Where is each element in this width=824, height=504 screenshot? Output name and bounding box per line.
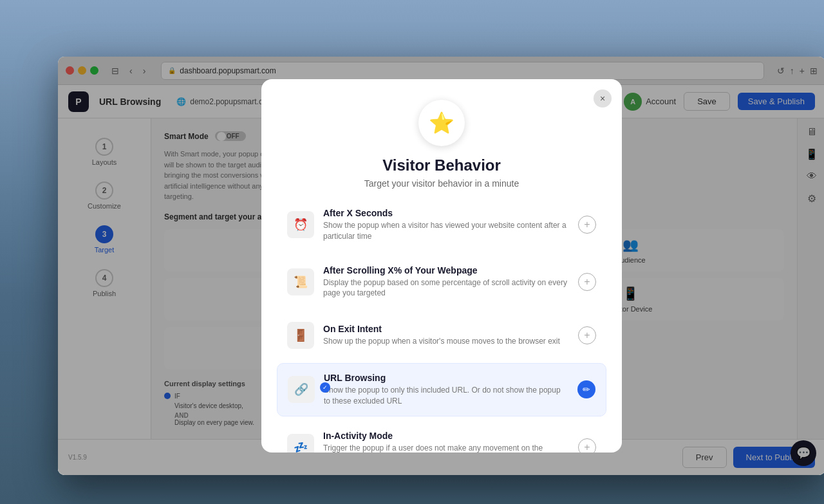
after-x-seconds-desc: Show the popup when a visitor has viewed… xyxy=(323,220,569,242)
exit-intent-add-btn[interactable]: + xyxy=(578,326,596,344)
after-x-seconds-text: After X Seconds Show the popup when a vi… xyxy=(323,208,569,242)
after-scrolling-add-btn[interactable]: + xyxy=(578,273,596,291)
modal-item-after-scrolling[interactable]: 📜 After Scrolling X% of Your Webpage Dis… xyxy=(277,256,606,308)
modal-item-exit-intent[interactable]: 🚪 On Exit Intent Show up the popup when … xyxy=(277,313,606,358)
exit-intent-title: On Exit Intent xyxy=(323,324,569,334)
exit-intent-text: On Exit Intent Show up the popup when a … xyxy=(323,324,569,347)
in-activity-text: In-Activity Mode Trigger the popup if a … xyxy=(323,431,569,453)
in-activity-desc: Trigger the popup if a user does not mak… xyxy=(323,443,569,453)
modal-title: Visitor Behavior xyxy=(282,156,601,174)
in-activity-title: In-Activity Mode xyxy=(323,431,569,441)
url-browsing-title: URL Browsing xyxy=(324,373,568,383)
after-scrolling-text: After Scrolling X% of Your Webpage Displ… xyxy=(323,265,569,299)
exit-intent-icon: 🚪 xyxy=(287,322,314,349)
url-browsing-desc: Show the popup to only this included URL… xyxy=(324,385,568,407)
url-browsing-icon-wrap: 🔗 ✓ xyxy=(288,376,315,403)
modal-item-url-browsing[interactable]: 🔗 ✓ URL Browsing Show the popup to only … xyxy=(277,363,606,416)
url-browsing-icon: 🔗 xyxy=(288,376,315,403)
modal-item-in-activity[interactable]: 💤 In-Activity Mode Trigger the popup if … xyxy=(277,422,606,453)
exit-intent-desc: Show up the popup when a visitor's mouse… xyxy=(323,336,569,347)
after-x-seconds-icon: ⏰ xyxy=(287,211,314,238)
star-icon: ⭐ xyxy=(429,111,454,135)
modal-overlay[interactable]: ⭐ Visitor Behavior Target your visitor b… xyxy=(58,57,824,475)
modal-body: ⏰ After X Seconds Show the popup when a … xyxy=(261,199,622,453)
in-activity-icon: 💤 xyxy=(287,434,314,453)
modal-subtitle: Target your visitor behavior in a minute xyxy=(282,178,601,189)
url-browsing-text: URL Browsing Show the popup to only this… xyxy=(324,373,568,407)
modal-close-button[interactable]: × xyxy=(594,89,612,107)
after-x-seconds-title: After X Seconds xyxy=(323,208,569,218)
after-scrolling-icon: 📜 xyxy=(287,268,314,295)
after-x-seconds-add-btn[interactable]: + xyxy=(578,216,596,234)
modal: ⭐ Visitor Behavior Target your visitor b… xyxy=(261,79,622,453)
browser-window: ⊟ ‹ › 🔒 dashboard.popupsmart.com ↺ ↑ + ⊞… xyxy=(58,57,824,475)
after-scrolling-title: After Scrolling X% of Your Webpage xyxy=(323,265,569,275)
modal-icon: ⭐ xyxy=(418,100,465,146)
in-activity-add-btn[interactable]: + xyxy=(578,438,596,453)
modal-header: ⭐ Visitor Behavior Target your visitor b… xyxy=(261,79,622,199)
modal-item-after-x-seconds[interactable]: ⏰ After X Seconds Show the popup when a … xyxy=(277,199,606,251)
after-scrolling-desc: Display the popup based on some percenta… xyxy=(323,277,569,299)
url-browsing-edit-btn[interactable]: ✏ xyxy=(577,380,595,398)
